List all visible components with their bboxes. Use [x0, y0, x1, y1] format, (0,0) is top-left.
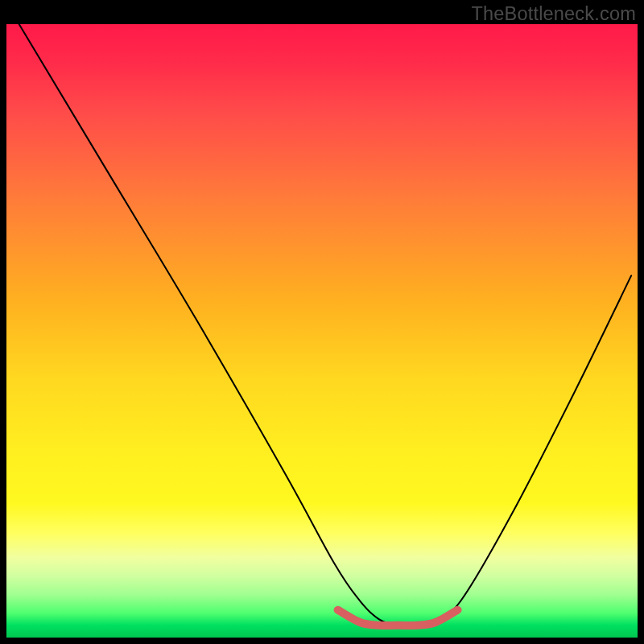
flat-region-highlight [338, 610, 458, 625]
chart-gradient-area [6, 24, 638, 638]
bottleneck-curve [19, 24, 631, 626]
chart-svg [6, 24, 638, 638]
watermark-text: TheBottleneck.com [471, 3, 636, 25]
